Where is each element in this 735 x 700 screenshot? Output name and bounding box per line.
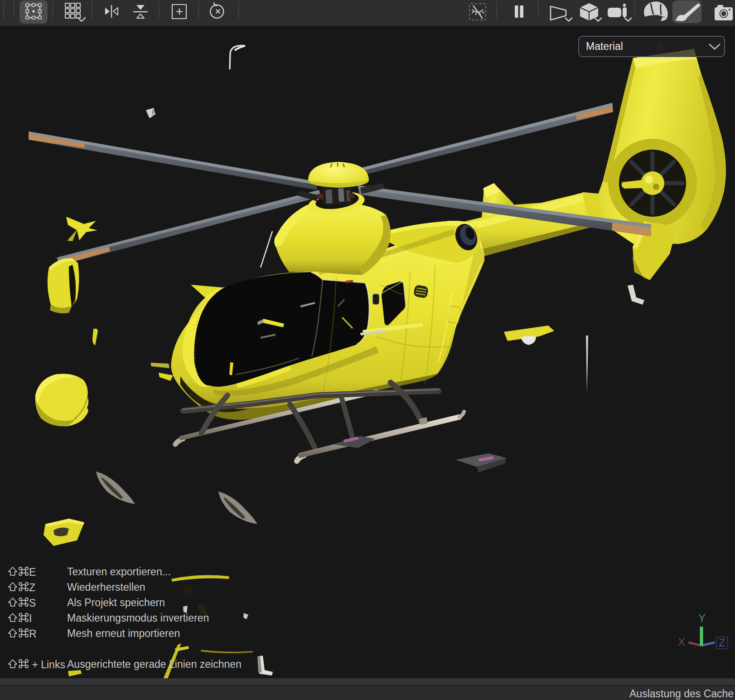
svg-text:Y: Y	[698, 612, 706, 624]
svg-text:X: X	[678, 636, 685, 648]
svg-text:Z: Z	[719, 637, 725, 649]
